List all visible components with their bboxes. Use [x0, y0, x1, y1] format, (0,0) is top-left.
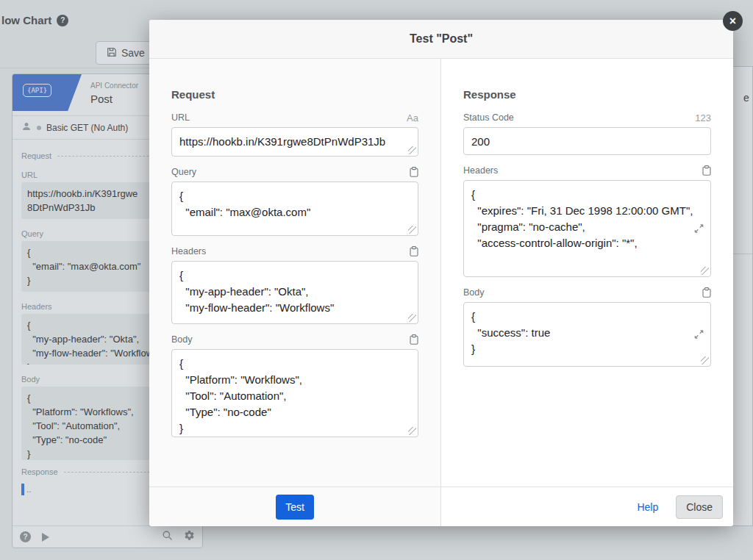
response-content: Response Status Code 123 Headers: [441, 59, 733, 487]
status-code-input[interactable]: [463, 127, 711, 155]
response-heading: Response: [463, 88, 711, 101]
request-body-label: Body: [171, 334, 193, 345]
response-body-textarea[interactable]: { "success": true }: [463, 302, 711, 367]
query-label: Query: [171, 167, 196, 177]
copy-icon[interactable]: [410, 167, 418, 177]
close-button[interactable]: Close: [676, 495, 723, 519]
response-headers-textarea[interactable]: { "expires": "Fri, 31 Dec 1998 12:00:00 …: [463, 180, 711, 277]
modal-body: Request URL Aa https://hookb.in/K391rgwe…: [149, 59, 733, 526]
request-headers-label: Headers: [171, 246, 206, 256]
modal-header: Test "Post": [149, 20, 733, 59]
request-body-field-group: Body { "Platform": "Workflows", "Tool": …: [171, 333, 418, 437]
request-headers-textarea[interactable]: { "my-app-header": "Okta", "my-flow-head…: [171, 261, 418, 324]
response-footer: Help Close: [441, 487, 733, 526]
response-body-label: Body: [463, 287, 485, 298]
status-code-label: Status Code: [463, 112, 514, 123]
url-field-group: URL Aa https://hookb.in/K391rgwe8DtPnWdP…: [171, 111, 418, 157]
copy-icon[interactable]: [410, 334, 418, 345]
url-label: URL: [171, 112, 190, 123]
modal-title: Test "Post": [410, 32, 473, 46]
request-body-textarea[interactable]: { "Platform": "Workflows", "Tool": "Auto…: [171, 349, 418, 437]
expand-icon[interactable]: [693, 223, 705, 235]
response-headers-label: Headers: [463, 165, 498, 176]
url-text-hint: Aa: [407, 112, 418, 123]
test-button[interactable]: Test: [276, 495, 314, 520]
copy-icon[interactable]: [410, 246, 418, 256]
copy-icon[interactable]: [702, 287, 711, 298]
request-headers-field-group: Headers { "my-app-header": "Okta", "my-f…: [171, 245, 418, 324]
response-body-field-group: Body { "success": true }: [463, 286, 711, 367]
status-number-hint: 123: [695, 112, 711, 123]
response-headers-field-group: Headers { "expires": "Fri, 31 Dec 1998 1…: [463, 164, 711, 277]
request-content: Request URL Aa https://hookb.in/K391rgwe…: [149, 59, 440, 487]
test-post-modal: Test "Post" × Request URL Aa https://hoo…: [149, 20, 733, 525]
query-field-group: Query { "email": "max@okta.com": [171, 165, 418, 236]
request-footer: Test: [149, 487, 440, 526]
status-code-field-group: Status Code 123: [463, 111, 711, 155]
request-heading: Request: [171, 88, 418, 101]
expand-icon[interactable]: [693, 329, 705, 341]
response-panel: Response Status Code 123 Headers: [441, 59, 733, 526]
copy-icon[interactable]: [702, 165, 711, 176]
url-input[interactable]: https://hookb.in/K391rgwe8DtPnWdP31Jb: [171, 127, 418, 157]
help-link[interactable]: Help: [637, 501, 658, 513]
close-icon[interactable]: ×: [723, 11, 743, 31]
query-textarea[interactable]: { "email": "max@okta.com": [171, 182, 418, 236]
request-panel: Request URL Aa https://hookb.in/K391rgwe…: [149, 59, 441, 526]
